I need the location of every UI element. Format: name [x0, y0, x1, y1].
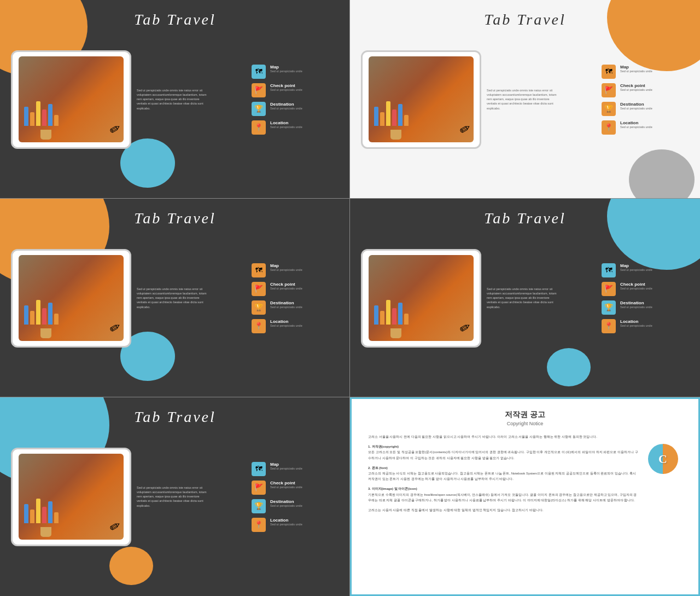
checkpoint-sub-5: Sed ut perspiciatis unde [270, 485, 302, 489]
location-title-3: Location [270, 319, 302, 324]
slide-2-title: Tab Travel [350, 11, 700, 28]
location-icon-2: 📍 [602, 120, 616, 135]
checkpoint-sub-4: Sed ut perspiciatis unde [620, 287, 652, 290]
checkpoint-icon: 🚩 [252, 83, 266, 97]
list-item: 🏆 Destination Sed ut perspiciatis unde [252, 102, 339, 116]
checkpoint-title: Check point [270, 83, 302, 88]
destination-sub-4: Sed ut perspiciatis unde [620, 305, 652, 309]
slide-2-body: Sed ut perspiciatis unde omnis iste natu… [487, 88, 558, 111]
location-icon-3: 📍 [252, 319, 266, 333]
list-item: 🚩 Check point Sed ut perspiciatis unde [252, 481, 339, 495]
section3-label: 3. 이미지(image) 및 아이콘(icon) [368, 487, 417, 490]
checkpoint-title-5: Check point [270, 481, 302, 485]
slide-4-icon-list: 🗺 Map Sed ut perspiciatis unde 🚩 Check p… [602, 263, 689, 333]
map-sub-3: Sed ut perspiciatis unde [270, 268, 302, 271]
tablet-5 [11, 448, 131, 546]
location-icon: 📍 [252, 120, 266, 135]
map-icon-4: 🗺 [602, 263, 616, 277]
slide-5: Tab Travel Sed ut perspiciatis unde omni… [0, 397, 350, 596]
destination-sub: Sed ut perspiciatis unde [270, 107, 302, 110]
list-item: 🏆 Destination Sed ut perspiciatis unde [602, 300, 689, 315]
destination-sub-5: Sed ut perspiciatis unde [270, 504, 302, 507]
tablet-4 [361, 249, 481, 348]
checkpoint-icon-4: 🚩 [602, 282, 616, 296]
blob-teal4b [547, 348, 591, 386]
blob-orange-5 [109, 547, 153, 585]
section3-text: 기본적으로 수록된 이미지의 경우에는 free/libre/open sour… [368, 493, 637, 502]
slide-2: Tab Travel Sed ut perspiciatis unde omni… [350, 0, 700, 199]
map-sub-2: Sed ut perspiciatis unde [620, 70, 652, 73]
map-title-2: Map [620, 65, 652, 70]
copyright-title-en: Copyright Notice [368, 421, 682, 426]
list-item: 🗺 Map Sed ut perspiciatis unde [602, 263, 689, 277]
list-item: 📍 Location Sed ut perspiciatis unde [252, 319, 339, 333]
list-item: 📍 Location Sed ut perspiciatis unde [602, 319, 689, 333]
copyright-intro-text: 고려소 서울을 사용하시 전에 다음의 필요한 사항을 읽으시고 사용하여 주시… [368, 435, 597, 438]
slide-3-title: Tab Travel [0, 210, 350, 227]
checkpoint-title-3: Check point [270, 282, 302, 287]
destination-sub-2: Sed ut perspiciatis unde [620, 107, 652, 110]
list-item: 🗺 Map Sed ut perspiciatis unde [252, 65, 339, 79]
map-sub-5: Sed ut perspiciatis unde [270, 467, 302, 470]
map-icon: 🗺 [252, 65, 266, 79]
location-title-4: Location [620, 319, 652, 324]
slide-3-body: Sed ut perspiciatis unde omnis iste natu… [137, 287, 208, 309]
outro-text: 고려소는 사용자 사용에 따른 직접 올에서 발생하는 사항에 대한 일체의 법… [368, 508, 544, 512]
slide-1: Tab Travel Sed ut perspiciatis unde omni… [0, 0, 350, 199]
location-icon-4: 📍 [602, 319, 616, 333]
map-sub: Sed ut perspiciatis unde [270, 70, 302, 73]
list-item: 🏆 Destination Sed ut perspiciatis unde [252, 300, 339, 315]
slide-1-title: Tab Travel [0, 11, 350, 28]
slide-copyright: 저작권 공고 Copyright Notice 고려소 서울을 사용하시 전에 … [350, 397, 700, 596]
destination-title: Destination [270, 102, 302, 107]
copyright-section-3: 3. 이미지(image) 및 아이콘(icon) 기본적으로 수록된 이미지의… [368, 486, 638, 503]
list-item: 📍 Location Sed ut perspiciatis unde [602, 120, 689, 135]
map-sub-4: Sed ut perspiciatis unde [620, 268, 652, 271]
destination-icon: 🏆 [252, 102, 266, 116]
location-sub-3: Sed ut perspiciatis unde [270, 324, 302, 327]
slide-3: Tab Travel Sed ut perspiciatis unde omni… [0, 199, 350, 397]
map-title-3: Map [270, 263, 302, 268]
checkpoint-title-2: Check point [620, 83, 652, 88]
checkpoint-sub-2: Sed ut perspiciatis unde [620, 88, 652, 91]
slide-4-title: Tab Travel [350, 210, 700, 227]
location-sub-2: Sed ut perspiciatis unde [620, 125, 652, 129]
list-item: 🚩 Check point Sed ut perspiciatis unde [252, 83, 339, 97]
slide-2-icon-list: 🗺 Map Sed ut perspiciatis unde 🚩 Check p… [602, 65, 689, 135]
map-title-4: Map [620, 263, 652, 268]
destination-title-2: Destination [620, 102, 652, 107]
location-title-2: Location [620, 120, 652, 125]
slide-1-body: Sed ut perspiciatis unde omnis iste natu… [137, 88, 208, 111]
destination-sub-3: Sed ut perspiciatis unde [270, 305, 302, 309]
tablet-2 [361, 50, 481, 149]
map-icon-2: 🗺 [602, 65, 616, 79]
checkpoint-icon-3: 🚩 [252, 282, 266, 296]
slide-5-icon-list: 🗺 Map Sed ut perspiciatis unde 🚩 Check p… [252, 462, 339, 532]
location-sub: Sed ut perspiciatis unde [270, 125, 302, 129]
copyright-content: 저작권 공고 Copyright Notice 고려소 서울을 사용하시 전에 … [352, 399, 698, 533]
list-item: 🗺 Map Sed ut perspiciatis unde [252, 462, 339, 476]
list-item: 🗺 Map Sed ut perspiciatis unde [252, 263, 339, 277]
location-icon-5: 📍 [252, 518, 266, 532]
destination-icon-3: 🏆 [252, 300, 266, 315]
section1-label: 1. 저작권(copyright) [368, 445, 399, 448]
slide-5-title: Tab Travel [0, 408, 350, 426]
checkpoint-title-4: Check point [620, 282, 652, 287]
destination-icon-5: 🏆 [252, 499, 266, 513]
copyright-section-1: 1. 저작권(copyright) 모든 고려소의 모든 및 적성공을 포함한(… [368, 444, 638, 461]
list-item: 🏆 Destination Sed ut perspiciatis unde [602, 102, 689, 116]
section2-text: 고려소의 제공되는 서식의 서체는 참고용도로 사용되었습니다. 참고용의 서체… [368, 472, 636, 481]
checkpoint-icon-5: 🚩 [252, 481, 266, 495]
destination-icon-4: 🏆 [602, 300, 616, 315]
map-title: Map [270, 65, 302, 70]
slide-4: Tab Travel Sed ut perspiciatis unde omni… [350, 199, 700, 397]
destination-icon-2: 🏆 [602, 102, 616, 116]
location-title: Location [270, 120, 302, 125]
section1-text: 모든 고려소의 모든 및 적성공을 포함한(문서(contents)와 디자이너… [368, 450, 638, 459]
list-item: 🏆 Destination Sed ut perspiciatis unde [252, 499, 339, 513]
destination-title-5: Destination [270, 499, 302, 504]
copyright-section-2: 2. 폰트 (font) 고려소의 제공되는 서식의 서체는 참고용도로 사용되… [368, 465, 638, 482]
map-icon-3: 🗺 [252, 263, 266, 277]
destination-title-3: Destination [270, 300, 302, 305]
copyright-body: 고려소 서울을 사용하시 전에 다음의 필요한 사항을 읽으시고 사용하여 주시… [368, 434, 682, 517]
